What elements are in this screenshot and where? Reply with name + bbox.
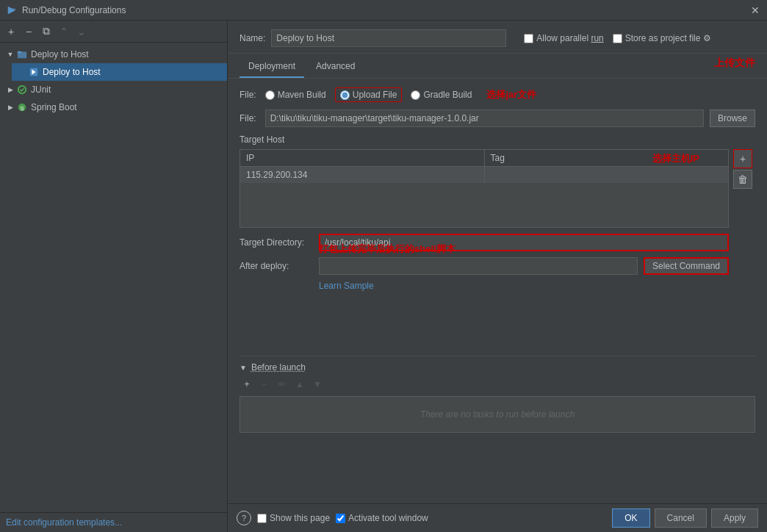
junit-arrow: ▶ [6,85,15,94]
jar-annotation: 选择jar文件 [486,88,536,101]
bottom-right: OK Cancel Apply [612,508,758,528]
after-deploy-label: After deploy: [240,261,313,271]
bl-move-up-button[interactable]: ▲ [292,377,307,392]
spring-boot-icon: S [16,101,28,113]
content-area: File: Maven Build Upload File Gradle Bui… [228,79,767,503]
name-input[interactable] [271,29,506,47]
svg-rect-3 [18,51,21,54]
bottom-bar: ? Show this page Activate tool window OK… [228,503,767,532]
edit-templates-link[interactable]: Edit configuration templates... [6,517,122,528]
file-type-label: File: [240,90,256,100]
upload-file-option[interactable]: Upload File [335,87,403,102]
table-actions: + 🗑 [733,149,752,189]
activate-tool-checkbox[interactable] [336,514,345,523]
deploy-folder-icon [16,48,28,60]
tree-item-spring-boot[interactable]: ▶ S Spring Boot [0,98,227,116]
window-title: Run/Debug Configurations [22,5,749,15]
file-type-row: File: Maven Build Upload File Gradle Bui… [240,87,755,102]
before-launch-section: ▼ Before launch + − ✏ ▲ ▼ There are no t… [240,356,755,433]
tab-advanced[interactable]: Advanced [307,56,364,78]
close-button[interactable]: ✕ [749,4,761,16]
file-path-label: File: [240,113,256,123]
allow-parallel-row: Allow parallel run [524,33,603,43]
tree-item-deploy-to-host[interactable]: ▶ Deploy to Host [12,63,227,81]
maven-build-option[interactable]: Maven Build [265,90,326,100]
show-page-row: Show this page [257,513,330,523]
show-page-checkbox[interactable] [257,514,267,523]
bl-move-down-button[interactable]: ▼ [310,377,325,392]
after-deploy-annotation: 打包上传完毕后执行的shell脚本 [319,242,455,256]
td-ip: 115.29.200.134 [240,167,485,183]
gradle-build-option[interactable]: Gradle Build [411,90,472,100]
app-icon [6,4,18,16]
spring-arrow: ▶ [6,103,15,112]
allow-parallel-label[interactable]: Allow parallel run [536,33,603,43]
bottom-left: Show this page Activate tool window [257,513,428,523]
bl-edit-button[interactable]: ✏ [275,377,289,392]
store-project-row: Store as project file ⚙ [613,33,712,43]
tab-deployment[interactable]: Deployment [240,56,304,78]
tree-group-deploy-label: Deploy to Host [31,49,89,60]
before-launch-empty: There are no tasks to run before launch [240,396,755,433]
left-toolbar: + − ⧉ ⌃ ⌄ [0,21,227,43]
name-row: Name: Allow parallel run Store as projec… [240,29,755,47]
add-config-button[interactable]: + [3,24,19,40]
tabs-row: Deployment Advanced 上传文件 [228,54,767,79]
upload-file-radio[interactable] [340,90,350,100]
tree-item-junit[interactable]: ▶ JUnit [0,81,227,98]
arrow-icon: ▼ [6,50,15,59]
target-dir-label: Target Directory: [240,237,313,248]
upload-file-label[interactable]: Upload File [353,90,397,100]
after-deploy-input[interactable] [319,257,638,275]
before-launch-header: ▼ Before launch [240,362,755,373]
svg-marker-0 [8,6,16,14]
gradle-build-label[interactable]: Gradle Build [423,90,472,100]
select-command-button[interactable]: Select Command [644,257,729,275]
bl-remove-button[interactable]: − [257,377,272,392]
help-button[interactable]: ? [237,511,251,525]
config-tree: ▼ Deploy to Host ▶ [0,43,227,512]
ok-button[interactable]: OK [612,508,649,528]
add-host-button[interactable]: + [733,149,752,168]
browse-button[interactable]: Browse [710,109,755,127]
main-layout: + − ⧉ ⌃ ⌄ ▼ Deploy to Host [0,21,767,532]
file-path-row: File: Browse [240,109,755,127]
before-launch-collapse-icon[interactable]: ▼ [240,364,247,372]
store-project-label[interactable]: Store as project file [625,33,701,43]
file-path-input[interactable] [265,109,704,127]
svg-text:S: S [20,105,24,112]
cancel-button[interactable]: Cancel [655,508,707,528]
learn-sample-link[interactable]: Learn Sample [319,281,755,291]
bl-add-button[interactable]: + [240,377,254,392]
move-up-button[interactable]: ⌃ [56,24,72,40]
target-directory-row: Target Directory: 部署到的服务器的目录 [240,234,729,251]
apply-button[interactable]: Apply [711,508,758,528]
allow-parallel-checkbox[interactable] [524,34,533,43]
activate-tool-label[interactable]: Activate tool window [348,513,428,523]
gradle-build-radio[interactable] [411,90,420,100]
move-down-button[interactable]: ⌄ [73,24,90,40]
title-bar: Run/Debug Configurations ✕ [0,0,767,21]
maven-build-radio[interactable] [265,90,275,100]
store-project-checkbox[interactable] [613,34,622,43]
tree-group-deploy[interactable]: ▼ Deploy to Host [0,46,227,63]
spacer [240,297,755,356]
tree-item-deploy-label: Deploy to Host [43,67,101,77]
junit-icon [16,84,28,96]
after-deploy-row: After deploy: Select Command 打包上传完毕后执行的s… [240,257,729,275]
remove-config-button[interactable]: − [21,24,37,40]
maven-build-label[interactable]: Maven Build [278,90,326,100]
th-ip: IP [240,150,485,166]
tab-annotation: 上传文件 [714,57,755,70]
target-host-title: Target Host [240,134,755,145]
delete-host-button[interactable]: 🗑 [733,170,752,189]
copy-config-button[interactable]: ⧉ [38,24,54,40]
show-page-label[interactable]: Show this page [270,513,330,523]
store-project-gear-icon[interactable]: ⚙ [703,33,711,43]
ip-annotation: 选择主机IP [652,152,699,165]
table-row[interactable]: 115.29.200.134 [240,167,728,183]
target-host-wrapper: IP Tag 115.29.200.134 选择主机IP + 🗑 [240,149,729,228]
file-type-radio-group: Maven Build Upload File Gradle Build [265,87,472,102]
table-empty-area [240,183,728,227]
name-label: Name: [240,33,265,43]
